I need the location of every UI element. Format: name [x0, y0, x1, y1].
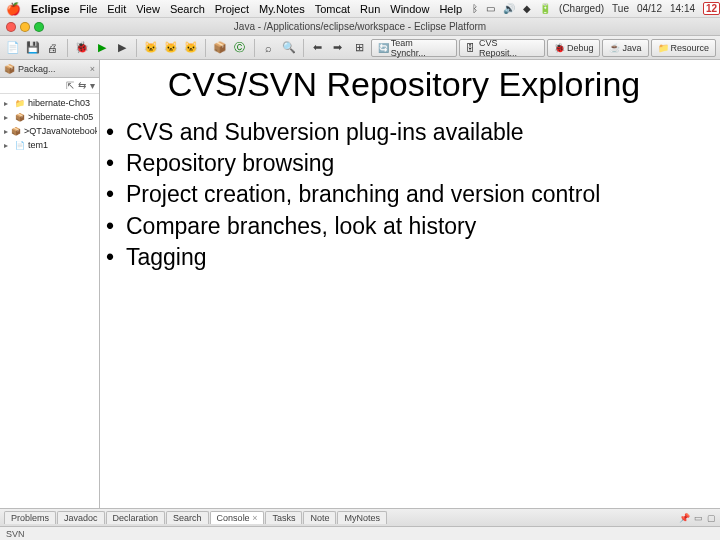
tree-label: >hibernate-ch05 — [28, 112, 93, 122]
open-type-button[interactable]: ⌕ — [260, 39, 278, 57]
menu-run[interactable]: Run — [360, 3, 380, 15]
slide-title: CVS/SVN Repository Exploring — [106, 66, 702, 103]
menu-mynotes[interactable]: My.Notes — [259, 3, 305, 15]
forward-button[interactable]: ➡ — [329, 39, 347, 57]
slide-content: CVS/SVN Repository Exploring •CVS and Su… — [100, 60, 720, 508]
battery-status: (Charged) — [559, 3, 604, 14]
debug-button[interactable]: 🐞 — [73, 39, 91, 57]
tab-note[interactable]: Note — [303, 511, 336, 524]
tab-search[interactable]: Search — [166, 511, 209, 524]
tab-tasks[interactable]: Tasks — [265, 511, 302, 524]
slide-bullet: •Repository browsing — [106, 148, 702, 179]
close-icon[interactable]: × — [90, 64, 95, 74]
package-explorer-toolbar: ⇱ ⇆ ▾ — [0, 78, 99, 94]
file-icon: 📄 — [15, 140, 25, 150]
tree-node[interactable]: ▸📄tem1 — [2, 138, 97, 152]
menu-tomcat[interactable]: Tomcat — [315, 3, 350, 15]
tab-console[interactable]: Console × — [210, 511, 265, 524]
window-controls — [6, 22, 44, 32]
project-icon: 📦 — [15, 112, 25, 122]
perspective-switcher: 🔄Team Synchr... 🗄CVS Reposit... 🐞Debug ☕… — [371, 39, 716, 57]
bug-icon: 🐞 — [554, 43, 564, 53]
battery-icon[interactable]: 🔋 — [539, 3, 551, 14]
tab-problems[interactable]: Problems — [4, 511, 56, 524]
menu-file[interactable]: File — [80, 3, 98, 15]
window-title-bar: Java - /Applications/eclipse/workspace -… — [0, 18, 720, 36]
display-icon[interactable]: ▭ — [486, 3, 495, 14]
status-left: SVN — [6, 529, 25, 539]
slide-bullet: •Tagging — [106, 242, 702, 273]
package-icon: 📦 — [4, 64, 15, 74]
maximize-view-icon[interactable]: ▢ — [707, 513, 716, 523]
main-area: 📦 Packag... × ⇱ ⇆ ▾ ▸📁hibernate-Ch03 ▸📦>… — [0, 60, 720, 508]
toolbar-separator — [67, 39, 68, 57]
new-class-button[interactable]: Ⓒ — [231, 39, 249, 57]
toolbar-separator — [254, 39, 255, 57]
menu-help[interactable]: Help — [439, 3, 462, 15]
tomcat-restart-icon[interactable]: 🐱 — [182, 39, 200, 57]
clock-day: Tue — [612, 3, 629, 14]
menu-app[interactable]: Eclipse — [31, 3, 70, 15]
editor-area: CVS/SVN Repository Exploring •CVS and Su… — [100, 60, 720, 508]
ext-tools-button[interactable]: ▶ — [113, 39, 131, 57]
tree-node[interactable]: ▸📦>QTJavaNotebook — [2, 124, 97, 138]
print-button[interactable]: 🖨 — [44, 39, 62, 57]
zoom-button[interactable] — [34, 22, 44, 32]
menu-edit[interactable]: Edit — [107, 3, 126, 15]
new-package-button[interactable]: 📦 — [211, 39, 229, 57]
tree-node[interactable]: ▸📦>hibernate-ch05 — [2, 110, 97, 124]
mac-menubar: 🍎 Eclipse File Edit View Search Project … — [0, 0, 720, 18]
tomcat-stop-icon[interactable]: 🐱 — [162, 39, 180, 57]
folder-icon: 📁 — [15, 98, 25, 108]
package-explorer-title: Packag... — [18, 64, 56, 74]
collapse-all-icon[interactable]: ⇱ — [66, 80, 74, 91]
close-icon[interactable]: × — [252, 513, 257, 523]
bluetooth-icon[interactable]: ᛒ — [472, 3, 478, 14]
status-bar: SVN — [0, 526, 720, 540]
search-button[interactable]: 🔍 — [280, 39, 298, 57]
window-title: Java - /Applications/eclipse/workspace -… — [234, 21, 486, 32]
minimize-button[interactable] — [20, 22, 30, 32]
menu-view[interactable]: View — [136, 3, 160, 15]
menu-search[interactable]: Search — [170, 3, 205, 15]
perspective-resource[interactable]: 📁Resource — [651, 39, 717, 57]
clock-date: 04/12 — [637, 3, 662, 14]
resource-icon: 📁 — [658, 43, 668, 53]
open-perspective-button[interactable]: ⊞ — [351, 39, 369, 57]
run-button[interactable]: ▶ — [93, 39, 111, 57]
tab-mynotes[interactable]: MyNotes — [337, 511, 387, 524]
back-button[interactable]: ⬅ — [309, 39, 327, 57]
pin-icon[interactable]: 📌 — [679, 513, 690, 523]
apple-icon[interactable]: 🍎 — [6, 2, 21, 16]
menu-project[interactable]: Project — [215, 3, 249, 15]
perspective-team-sync[interactable]: 🔄Team Synchr... — [371, 39, 457, 57]
volume-icon[interactable]: 🔊 — [503, 3, 515, 14]
package-explorer: 📦 Packag... × ⇱ ⇆ ▾ ▸📁hibernate-Ch03 ▸📦>… — [0, 60, 100, 508]
perspective-debug[interactable]: 🐞Debug — [547, 39, 601, 57]
perspective-cvs[interactable]: 🗄CVS Reposit... — [459, 39, 545, 57]
slide-bullet: •Project creation, branching and version… — [106, 179, 702, 210]
ical-icon[interactable]: 12 — [703, 2, 720, 15]
view-menu-icon[interactable]: ▾ — [90, 80, 95, 91]
toolbar-separator — [205, 39, 206, 57]
link-editor-icon[interactable]: ⇆ — [78, 80, 86, 91]
toolbar-separator — [136, 39, 137, 57]
status-icon[interactable]: ◆ — [523, 3, 531, 14]
menu-window[interactable]: Window — [390, 3, 429, 15]
tomcat-start-icon[interactable]: 🐱 — [142, 39, 160, 57]
clock-time: 14:14 — [670, 3, 695, 14]
new-button[interactable]: 📄 — [4, 39, 22, 57]
tree-label: hibernate-Ch03 — [28, 98, 90, 108]
slide-bullet: •Compare branches, look at history — [106, 211, 702, 242]
perspective-java[interactable]: ☕Java — [602, 39, 648, 57]
tab-declaration[interactable]: Declaration — [106, 511, 166, 524]
package-tree: ▸📁hibernate-Ch03 ▸📦>hibernate-ch05 ▸📦>QT… — [0, 94, 99, 154]
minimize-view-icon[interactable]: ▭ — [694, 513, 703, 523]
close-button[interactable] — [6, 22, 16, 32]
tree-node[interactable]: ▸📁hibernate-Ch03 — [2, 96, 97, 110]
package-explorer-tab[interactable]: 📦 Packag... × — [0, 60, 99, 78]
eclipse-toolbar: 📄 💾 🖨 🐞 ▶ ▶ 🐱 🐱 🐱 📦 Ⓒ ⌕ 🔍 ⬅ ➡ ⊞ 🔄Team Sy… — [0, 36, 720, 60]
save-button[interactable]: 💾 — [24, 39, 42, 57]
tab-javadoc[interactable]: Javadoc — [57, 511, 105, 524]
tree-label: tem1 — [28, 140, 48, 150]
